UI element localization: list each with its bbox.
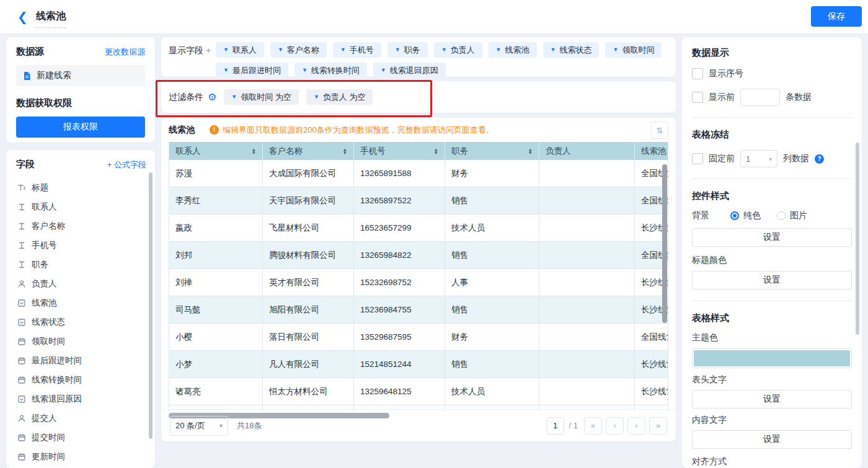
field-item[interactable]: 提交人: [16, 408, 146, 428]
freeze-count-select[interactable]: 1 ▾: [740, 150, 777, 167]
app-window: ❮ 线索池 保存 数据源 更改数据源 新建线索 数据获取权限 报表权限 字段 +…: [0, 0, 868, 468]
display-field-chip[interactable]: ▼联系人: [216, 42, 264, 58]
display-field-chip[interactable]: ▼客户名称: [270, 42, 327, 58]
field-item[interactable]: 手机号: [16, 236, 146, 255]
next-page-button[interactable]: ›: [627, 417, 645, 435]
bg-solid-label: 纯色: [743, 210, 761, 221]
title-color-label: 标题颜色: [692, 255, 852, 266]
display-field-chip[interactable]: ▼最后跟进时间: [216, 63, 288, 78]
table-cell: 销售: [445, 187, 539, 214]
field-item[interactable]: 提交时间: [16, 428, 146, 447]
table-vertical-scrollbar[interactable]: [662, 164, 667, 323]
widget-style-heading: 控件样式: [692, 190, 852, 202]
chip-label: 客户名称: [287, 45, 319, 56]
field-item-label: 负责人: [32, 278, 57, 289]
table-cell: [539, 269, 635, 296]
datasource-item-label: 新建线索: [37, 70, 71, 81]
report-permission-button[interactable]: 报表权限: [16, 117, 145, 138]
settings-scrollbar[interactable]: [856, 143, 859, 335]
column-header[interactable]: 手机号▲▼: [354, 142, 445, 160]
freeze-checkbox[interactable]: [692, 153, 703, 164]
radio-selected-icon[interactable]: [730, 211, 739, 220]
table-cell: 13265891588: [354, 160, 445, 187]
current-page-input[interactable]: 1: [547, 417, 564, 435]
display-field-chip[interactable]: ▼线索退回原因: [373, 63, 446, 78]
sort-carets-icon[interactable]: ▲▼: [434, 148, 438, 154]
sort-order-button[interactable]: ⇅: [651, 121, 668, 139]
table-cell: 司马懿: [169, 296, 263, 323]
table-warning: ! 编辑界面只取数据源前200条作为查询数据预览，完整数据请访问页面查看。: [210, 125, 494, 136]
field-item[interactable]: 负责人: [16, 274, 146, 293]
field-item[interactable]: 职务: [16, 255, 146, 274]
filter-condition-chip[interactable]: ▼领取时间 为空: [224, 89, 299, 105]
sort-carets-icon[interactable]: ▲▼: [528, 148, 533, 154]
column-header[interactable]: 线索池: [635, 142, 668, 160]
display-field-chip[interactable]: ▼线索转换时间: [294, 63, 367, 78]
date-icon: [17, 433, 26, 442]
column-header[interactable]: 负责人: [539, 142, 635, 160]
column-header[interactable]: 职务▲▼: [445, 142, 539, 160]
field-item[interactable]: 联系人: [16, 197, 146, 216]
add-display-field-button[interactable]: +: [206, 45, 211, 55]
theme-color-picker[interactable]: [692, 348, 852, 368]
change-datasource-link[interactable]: 更改数据源: [105, 46, 145, 58]
table-title: 线索池: [169, 125, 195, 136]
first-page-button[interactable]: «: [584, 417, 602, 435]
fields-scrollbar[interactable]: [149, 172, 153, 439]
field-item[interactable]: 线索退回原因: [16, 389, 146, 408]
save-button[interactable]: 保存: [811, 6, 862, 27]
header-text-set-button[interactable]: 设置: [692, 390, 852, 408]
background-set-button[interactable]: 设置: [692, 228, 852, 247]
last-page-button[interactable]: »: [649, 417, 667, 435]
display-field-chip[interactable]: ▼手机号: [333, 42, 381, 58]
column-header[interactable]: 客户名称▲▼: [263, 142, 354, 160]
date-icon: [17, 337, 26, 346]
sort-carets-icon[interactable]: ▲▼: [343, 148, 347, 154]
show-first-checkbox[interactable]: [692, 92, 703, 103]
field-item-label: 提交人: [32, 413, 57, 424]
display-field-chip[interactable]: ▼线索池: [489, 42, 537, 58]
content-text-set-button[interactable]: 设置: [692, 430, 852, 449]
show-first-prefix: 显示前: [709, 92, 735, 103]
field-item[interactable]: 线索转换时间: [16, 370, 146, 389]
chevron-down-icon: ▼: [223, 47, 229, 53]
column-header-label: 手机号: [360, 146, 386, 157]
prev-page-button[interactable]: ‹: [606, 417, 624, 435]
field-item[interactable]: 最后跟进时间: [16, 351, 146, 370]
show-index-label: 显示序号: [709, 68, 743, 79]
date-icon: [17, 453, 26, 461]
field-item[interactable]: 线索池: [16, 293, 146, 312]
field-item[interactable]: 客户名称: [16, 216, 146, 236]
show-index-checkbox[interactable]: [692, 68, 703, 79]
filter-condition-chip[interactable]: ▼负责人 为空: [306, 89, 373, 105]
back-icon[interactable]: ❮: [17, 9, 28, 25]
display-field-chip[interactable]: ▼领取时间: [605, 42, 662, 58]
bg-image-option[interactable]: 图片: [777, 210, 807, 221]
gear-icon[interactable]: ⚙: [208, 92, 216, 102]
field-item[interactable]: 更新时间: [16, 447, 146, 466]
display-field-chip[interactable]: ▼职务: [388, 42, 428, 58]
pagination-bar: 20 条/页 ▾ 共18条 1 / 1 « ‹ › »: [161, 409, 676, 441]
filter-chips: ▼领取时间 为空▼负责人 为空: [224, 89, 373, 105]
sort-carets-icon[interactable]: ▲▼: [252, 148, 256, 154]
table-row: 嬴政飞星材料公司16523657299技术人员长沙线索: [169, 214, 668, 242]
bg-solid-option[interactable]: 纯色: [730, 210, 761, 221]
add-formula-field-link[interactable]: + 公式字段: [107, 159, 146, 170]
field-item[interactable]: 标题: [16, 178, 146, 197]
table-cell: [539, 378, 635, 405]
freeze-count-value: 1: [746, 154, 750, 164]
column-header[interactable]: 联系人▲▼: [169, 142, 263, 160]
field-item[interactable]: 线索状态: [16, 312, 146, 332]
field-item[interactable]: 领取时间: [16, 332, 146, 351]
page-size-select[interactable]: 20 条/页 ▾: [170, 416, 228, 436]
title-color-set-button[interactable]: 设置: [692, 271, 852, 289]
field-item-label: 手机号: [32, 240, 57, 251]
chevron-down-icon: ▼: [231, 94, 237, 100]
radio-unselected-icon[interactable]: [777, 211, 786, 220]
display-field-chip[interactable]: ▼线索状态: [543, 42, 600, 58]
table-cell: 落日有限公司: [263, 324, 354, 350]
help-icon[interactable]: ?: [815, 154, 824, 164]
show-first-count-input[interactable]: [740, 89, 780, 106]
display-field-chip[interactable]: ▼负责人: [434, 42, 482, 58]
datasource-item[interactable]: 新建线索: [16, 65, 145, 86]
